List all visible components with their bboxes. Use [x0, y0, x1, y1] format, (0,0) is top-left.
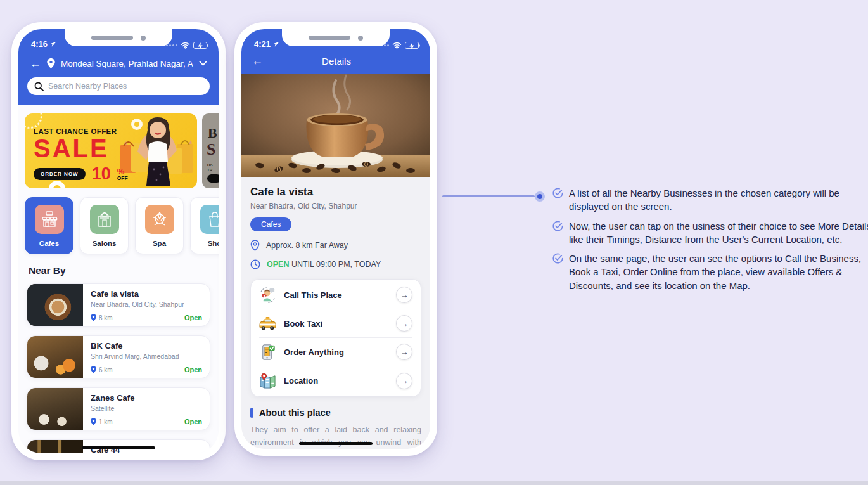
section-marker — [250, 408, 253, 418]
location-pin-icon — [47, 58, 55, 68]
category-chip-shopping[interactable]: Sho — [190, 197, 219, 254]
page-background: 4:16 ← Mondeal Square, Prahlad Nagar, Ah… — [0, 0, 868, 485]
distance-pin-icon — [91, 418, 96, 425]
map-icon — [259, 372, 276, 389]
business-name: Cafe la vista — [250, 186, 421, 198]
cafe-name: Zanes Cafe — [91, 393, 202, 403]
book-taxi-row[interactable]: Book Taxi → — [259, 309, 412, 338]
cafe-storefront-icon — [35, 205, 64, 234]
next-banner-letter: S — [207, 140, 215, 159]
nearby-list: Cafe la vista Near Bhadra, Old City, Sha… — [18, 283, 219, 453]
open-badge: Open — [184, 366, 202, 373]
location-row[interactable]: Location → — [259, 366, 412, 395]
category-chip-cafes[interactable]: Cafes — [25, 197, 73, 254]
cafe-name: Cafe la vista — [91, 289, 202, 299]
banner-carousel: LAST CHANCE OFFER SALE ORDER NOW 10 % OF… — [25, 113, 219, 188]
nearby-heading: Near By — [29, 265, 208, 276]
cafe-photo — [27, 336, 83, 378]
nearby-card-cafe-la-vista[interactable]: Cafe la vista Near Bhadra, Old City, Sha… — [27, 283, 210, 327]
signal-icon — [166, 44, 177, 46]
details-title-bar: ← Details — [241, 50, 430, 74]
cafe-distance: 6 km — [99, 366, 113, 373]
callout-connector-line — [442, 195, 535, 197]
distance-row: Approx. 8 km Far Away — [250, 240, 421, 251]
order-anything-row[interactable]: Order Anything → — [259, 338, 412, 366]
check-circle-icon — [552, 221, 563, 231]
location-bar[interactable]: ← Mondeal Square, Prahlad Nagar, Ah... — [18, 50, 219, 69]
open-status: OPEN — [267, 260, 289, 269]
search-input[interactable] — [48, 82, 203, 91]
cafe-distance: 1 km — [99, 418, 113, 425]
arrow-right-button[interactable]: → — [396, 344, 412, 360]
chevron-down-icon[interactable] — [199, 61, 207, 66]
phone1-body: LAST CHANCE OFFER SALE ORDER NOW 10 % OF… — [18, 113, 219, 453]
battery-icon — [193, 42, 207, 49]
sale-banner[interactable]: LAST CHANCE OFFER SALE ORDER NOW 10 % OF… — [25, 113, 197, 188]
arrow-right-button[interactable]: → — [396, 287, 412, 303]
arrow-right-button[interactable]: → — [396, 315, 412, 332]
banner-discount-value: 10 — [92, 164, 111, 184]
check-circle-icon — [552, 188, 563, 198]
order-icon — [259, 344, 276, 361]
status-time: 4:16 — [31, 39, 56, 49]
action-label: Call This Place — [284, 290, 388, 300]
search-bar[interactable] — [27, 77, 210, 95]
action-label: Location — [284, 376, 388, 385]
taxi-icon — [259, 315, 276, 332]
category-chip-spa[interactable]: Spa — [135, 197, 184, 254]
phone-mockup-nearby: 4:16 ← Mondeal Square, Prahlad Nagar, Ah… — [11, 22, 226, 460]
arrow-right-button[interactable]: → — [396, 373, 412, 389]
banner-percent-sign: % — [117, 167, 125, 176]
cafe-photo — [27, 284, 83, 326]
shopper-woman-illustration — [118, 116, 196, 186]
cafe-hero-photo — [241, 74, 430, 177]
salon-building-icon — [90, 205, 119, 234]
annotation-text: A list of all the Nearby Businesses in t… — [569, 186, 868, 214]
home-indicator[interactable] — [299, 442, 373, 445]
category-chip-salons[interactable]: Salons — [80, 197, 129, 254]
cafe-distance: 8 km — [99, 314, 113, 321]
category-label: Salons — [93, 240, 117, 247]
sale-banner-text: LAST CHANCE OFFER SALE ORDER NOW 10 % OF… — [34, 127, 128, 184]
battery-icon — [405, 42, 419, 49]
nearby-card-bk-cafe[interactable]: BK Cafe Shri Arvind Marg, Ahmedabad 6 km… — [27, 335, 210, 378]
hours-text: UNTIL 09:00 PM, TODAY — [291, 260, 381, 269]
back-icon[interactable]: ← — [252, 55, 263, 67]
clock-icon — [250, 259, 260, 269]
check-circle-icon — [552, 253, 563, 264]
spa-lotus-icon — [145, 205, 174, 234]
distance-pin-icon — [91, 366, 96, 373]
back-icon[interactable]: ← — [30, 58, 41, 69]
wifi-icon — [181, 42, 190, 49]
category-label: Spa — [153, 240, 166, 247]
callout-bullet-dot — [535, 191, 545, 202]
open-badge: Open — [184, 314, 202, 321]
order-now-button[interactable]: ORDER NOW — [34, 168, 86, 180]
search-icon — [34, 82, 44, 91]
call-icon — [259, 287, 276, 304]
call-this-place-row[interactable]: Call This Place → — [259, 281, 412, 309]
next-banner-peek[interactable]: B S HA TR — [202, 113, 219, 188]
action-label: Order Anything — [284, 347, 388, 357]
next-banner-smalltext: HA — [207, 163, 213, 167]
phone-notch — [282, 29, 390, 46]
cafe-address: Near Bhadra, Old City, Shahpur — [91, 301, 202, 308]
status-icons — [166, 42, 207, 49]
distance-pin-icon — [91, 314, 96, 321]
annotation-item: A list of all the Nearby Businesses in t… — [552, 186, 868, 214]
category-tag[interactable]: Cafes — [250, 217, 291, 231]
phone2-screen: 4:21 ← Details — [241, 29, 430, 449]
phone1-screen: 4:16 ← Mondeal Square, Prahlad Nagar, Ah… — [18, 29, 219, 453]
current-location-text[interactable]: Mondeal Square, Prahlad Nagar, Ah... — [61, 59, 193, 68]
cafe-name: BK Cafe — [91, 341, 202, 351]
bottom-edge-strip — [0, 481, 868, 485]
location-arrow-icon — [49, 41, 56, 48]
home-indicator[interactable] — [82, 446, 155, 449]
category-label: Sho — [208, 240, 219, 247]
status-time: 4:21 — [254, 39, 279, 49]
annotation-block: A list of all the Nearby Businesses in t… — [552, 186, 868, 298]
annotation-text: On the same page, the user can see the o… — [569, 252, 868, 292]
category-label: Cafes — [39, 240, 59, 247]
nearby-card-zanes-cafe[interactable]: Zanes Cafe Satellite 1 km Open — [27, 387, 210, 430]
annotation-item: On the same page, the user can see the o… — [552, 252, 868, 292]
